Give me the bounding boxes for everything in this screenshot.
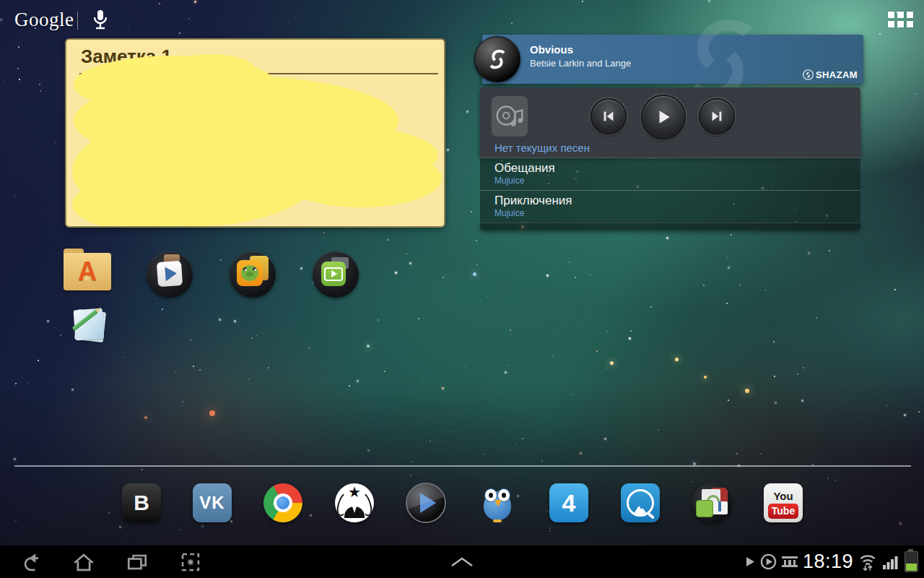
- star-glyph: ★: [82, 272, 91, 283]
- google-search-widget[interactable]: Google: [14, 9, 74, 31]
- track-title: Приключения: [494, 194, 860, 208]
- home-button[interactable]: [68, 549, 100, 575]
- previous-icon: [601, 108, 616, 124]
- quickpic-gallery-icon: [621, 483, 660, 522]
- system-bar: 18:19: [0, 545, 924, 578]
- track-row[interactable]: Обещания Mujuice: [480, 158, 860, 190]
- next-button[interactable]: [699, 98, 735, 134]
- screenshot-button[interactable]: [175, 549, 206, 575]
- wifi-icon: [858, 552, 877, 572]
- anonymous-icon: ★: [335, 483, 374, 522]
- back-icon: [19, 551, 45, 574]
- player-footer: [480, 223, 860, 230]
- shazam-brand-icon: [803, 69, 814, 80]
- media-dock-status-icon: [782, 556, 798, 567]
- dock-item-youtube[interactable]: You Tube: [763, 483, 803, 523]
- shazam-brand: SHAZAM: [803, 69, 858, 80]
- astro-file-manager-icon[interactable]: A ★: [64, 249, 111, 292]
- dock-item-anonymous[interactable]: ★: [334, 483, 375, 523]
- video-apps-folder-icon[interactable]: [313, 251, 359, 298]
- shazam-brand-text: SHAZAM: [816, 69, 858, 80]
- battery-icon: [905, 551, 918, 572]
- dock-divider: [14, 465, 911, 467]
- track-artist: Mujuice: [494, 176, 860, 186]
- shazam-swirl-icon: [474, 36, 520, 82]
- player-controls-panel: Нет текущих песен: [480, 87, 860, 158]
- youtube-icon: You Tube: [764, 483, 803, 522]
- tweetcaster-bird-icon: [477, 483, 518, 523]
- home-screen: Google Заметка 1: [0, 0, 924, 578]
- dock-item-mx-player[interactable]: [406, 483, 446, 523]
- vk-icon: VK: [193, 483, 232, 522]
- music-player-widget: Нет текущих песен Обещания Mujuice Прикл…: [480, 87, 860, 230]
- play-status-icon: [746, 556, 755, 567]
- fourpda-icon: 4: [549, 483, 588, 522]
- note-widget[interactable]: Заметка 1: [65, 38, 445, 228]
- recents-icon: [124, 551, 150, 574]
- play-circle-status-icon: [760, 553, 777, 570]
- shazam-widget[interactable]: Obvious Betsie Larkin and Lange SHAZAM: [482, 35, 863, 84]
- now-playing-status: Нет текущих песен: [494, 142, 590, 154]
- album-art-button[interactable]: [492, 96, 528, 137]
- track-row[interactable]: Приключения Mujuice: [480, 190, 860, 223]
- clock: 18:19: [803, 551, 853, 573]
- dock-item-quickpic[interactable]: [620, 483, 661, 523]
- vk-black-icon: B: [122, 483, 161, 522]
- media-apps-folder-icon[interactable]: [147, 251, 193, 298]
- cd-note-icon: [493, 98, 526, 134]
- dock-item-vk[interactable]: VK: [192, 483, 232, 523]
- dock-item-4pda[interactable]: 4: [549, 483, 589, 523]
- next-icon: [709, 108, 725, 124]
- dock-item-chrome[interactable]: [263, 483, 303, 523]
- mx-player-mini-icon: [157, 261, 183, 287]
- play-button[interactable]: [641, 95, 686, 139]
- reader-apps-folder-icon: [692, 483, 732, 523]
- bad-piggies-mini-icon: [237, 260, 263, 286]
- apps-grid-icon[interactable]: [888, 12, 918, 30]
- chrome-icon: [263, 483, 302, 522]
- note-scribble: [66, 40, 444, 226]
- track-title: Обещания: [494, 161, 860, 176]
- track-artist: Mujuice: [494, 208, 860, 218]
- mx-player-icon: [406, 483, 446, 523]
- home-icon: [71, 551, 97, 574]
- status-cluster[interactable]: 18:19: [746, 545, 918, 578]
- signal-icon: [882, 553, 899, 571]
- shazam-track-title: Obvious: [530, 43, 573, 56]
- memo-notes-icon[interactable]: [69, 306, 109, 344]
- dock-item-tweetcaster[interactable]: [477, 483, 518, 523]
- screenshot-icon: [178, 551, 203, 574]
- chevron-up-icon: [450, 556, 474, 568]
- play-icon: [654, 108, 673, 126]
- divider: [77, 12, 78, 30]
- dock-item-vk-black[interactable]: B: [121, 483, 162, 523]
- previous-button[interactable]: [590, 98, 627, 134]
- microphone-icon[interactable]: [91, 8, 110, 33]
- dock-item-reader-folder[interactable]: [692, 483, 732, 523]
- video-player-mini-icon: [321, 262, 346, 286]
- back-button[interactable]: [16, 549, 48, 575]
- recents-button[interactable]: [121, 549, 153, 575]
- shazam-track-artist: Betsie Larkin and Lange: [530, 58, 631, 69]
- games-folder-icon[interactable]: [230, 251, 276, 298]
- folder-body: A ★: [64, 253, 111, 290]
- expand-tray-button[interactable]: [439, 551, 485, 573]
